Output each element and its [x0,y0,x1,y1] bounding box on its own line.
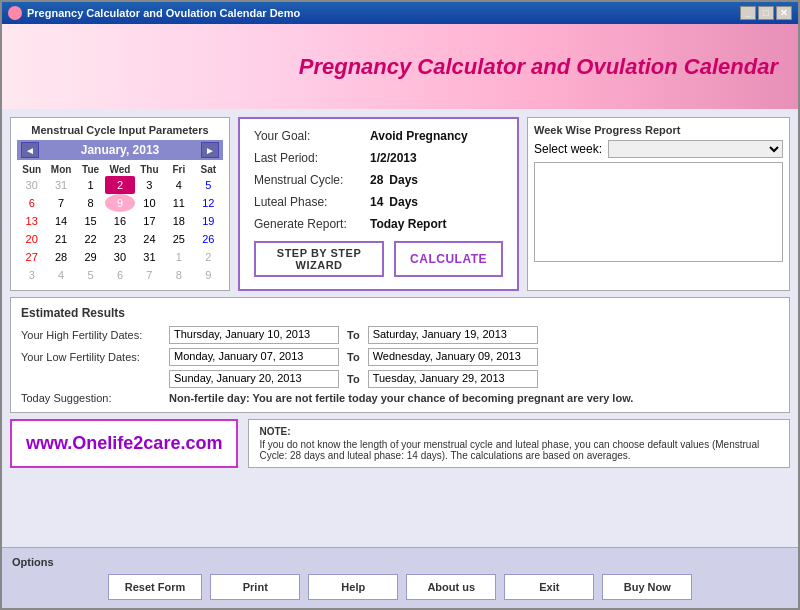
maximize-button[interactable]: □ [758,6,774,20]
cal-next-button[interactable]: ► [201,142,219,158]
calendar-day[interactable]: 24 [135,230,164,248]
calendar-day[interactable]: 3 [135,176,164,194]
calendar-day[interactable]: 6 [17,194,46,212]
week-section-title: Week Wise Progress Report [534,124,783,136]
calendar-day[interactable]: 6 [105,266,134,284]
calendar-row: 6789101112 [17,194,223,212]
low-to-2: To [347,373,360,385]
calendar-day[interactable]: 8 [76,194,105,212]
title-bar: Pregnancy Calculator and Ovulation Calen… [2,2,798,24]
option-button-reset-form[interactable]: Reset Form [108,574,203,600]
calendar-day[interactable]: 31 [135,248,164,266]
low-fertility-from-2: Sunday, January 20, 2013 [169,370,339,388]
calendar-day[interactable]: 30 [17,176,46,194]
calendar-grid: Sun Mon Tue Wed Thu Fri Sat 303112345678… [17,163,223,284]
calendar-row: 20212223242526 [17,230,223,248]
title-bar-left: Pregnancy Calculator and Ovulation Calen… [8,6,300,20]
note-box: NOTE: If you do not know the length of y… [248,419,790,468]
cal-th-sun: Sun [17,163,46,176]
calendar-day[interactable]: 22 [76,230,105,248]
calendar-day[interactable]: 20 [17,230,46,248]
calendar-day[interactable]: 1 [76,176,105,194]
calendar-day[interactable]: 5 [194,176,223,194]
wizard-button[interactable]: Step by Step Wizard [254,241,384,277]
cal-th-sat: Sat [194,163,223,176]
main-content: Menstrual Cycle Input Parameters ◄ Janua… [2,109,798,547]
calendar-header-row: Sun Mon Tue Wed Thu Fri Sat [17,163,223,176]
week-select[interactable] [608,140,783,158]
luteal-label: Luteal Phase: [254,195,364,209]
title-buttons: _ □ ✕ [740,6,792,20]
close-button[interactable]: ✕ [776,6,792,20]
calendar-day[interactable]: 31 [46,176,75,194]
calendar-day[interactable]: 1 [164,248,193,266]
calendar-day[interactable]: 9 [194,266,223,284]
high-to-1: To [347,329,360,341]
calculate-button[interactable]: Calculate [394,241,503,277]
calendar-row: 303112345 [17,176,223,194]
high-fertility-row: Your High Fertility Dates: Thursday, Jan… [21,326,779,344]
calendar-day[interactable]: 2 [194,248,223,266]
options-section: Options Reset FormPrintHelpAbout usExitB… [2,547,798,608]
goal-label: Your Goal: [254,129,364,143]
calendar-row: 3456789 [17,266,223,284]
calendar-day[interactable]: 28 [46,248,75,266]
options-buttons: Reset FormPrintHelpAbout usExitBuy Now [12,574,788,600]
cal-prev-button[interactable]: ◄ [21,142,39,158]
high-fertility-from: Thursday, January 10, 2013 [169,326,339,344]
calendar-day[interactable]: 27 [17,248,46,266]
popup-buttons: Step by Step Wizard Calculate [254,241,503,277]
header-banner: Pregnancy Calculator and Ovulation Calen… [2,24,798,109]
estimated-title: Estimated Results [21,306,779,320]
calendar-section-title: Menstrual Cycle Input Parameters [17,124,223,136]
calendar-day[interactable]: 5 [76,266,105,284]
cal-th-mon: Mon [46,163,75,176]
calendar-day[interactable]: 4 [164,176,193,194]
cycle-value: 28 [370,173,383,187]
calendar-day[interactable]: 9 [105,194,134,212]
calendar-day[interactable]: 15 [76,212,105,230]
low-fertility-row-1: Your Low Fertility Dates: Monday, Januar… [21,348,779,366]
report-label: Generate Report: [254,217,364,231]
option-button-exit[interactable]: Exit [504,574,594,600]
top-section: Menstrual Cycle Input Parameters ◄ Janua… [10,117,790,291]
calendar-day[interactable]: 23 [105,230,134,248]
calendar-day[interactable]: 19 [194,212,223,230]
calendar-day[interactable]: 3 [17,266,46,284]
calendar-day[interactable]: 14 [46,212,75,230]
option-button-print[interactable]: Print [210,574,300,600]
calendar-day[interactable]: 7 [46,194,75,212]
option-button-buy-now[interactable]: Buy Now [602,574,692,600]
calendar-day[interactable]: 11 [164,194,193,212]
low-fertility-to-2: Tuesday, January 29, 2013 [368,370,538,388]
option-button-help[interactable]: Help [308,574,398,600]
calendar-day[interactable]: 13 [17,212,46,230]
note-title: NOTE: [259,426,779,437]
period-value: 1/2/2013 [370,151,417,165]
calendar-day[interactable]: 7 [135,266,164,284]
calendar-day[interactable]: 29 [76,248,105,266]
minimize-button[interactable]: _ [740,6,756,20]
calendar-day[interactable]: 16 [105,212,134,230]
calendar-day[interactable]: 25 [164,230,193,248]
estimated-section: Estimated Results Your High Fertility Da… [10,297,790,413]
cal-th-thu: Thu [135,163,164,176]
cal-th-wed: Wed [105,163,134,176]
window-title: Pregnancy Calculator and Ovulation Calen… [27,7,300,19]
option-button-about-us[interactable]: About us [406,574,496,600]
calendar-day[interactable]: 30 [105,248,134,266]
calendar-day[interactable]: 10 [135,194,164,212]
calendar-day[interactable]: 18 [164,212,193,230]
cal-month: January, 2013 [81,143,160,157]
low-fertility-row-2: Sunday, January 20, 2013 To Tuesday, Jan… [21,370,779,388]
calendar-day[interactable]: 4 [46,266,75,284]
calendar-day[interactable]: 21 [46,230,75,248]
calendar-day[interactable]: 12 [194,194,223,212]
low-fertility-from-1: Monday, January 07, 2013 [169,348,339,366]
week-textarea[interactable] [534,162,783,262]
calendar-day[interactable]: 2 [105,176,134,194]
calendar-day[interactable]: 26 [194,230,223,248]
calendar-day[interactable]: 8 [164,266,193,284]
bottom-section: www.Onelife2care.com NOTE: If you do not… [10,419,790,468]
calendar-day[interactable]: 17 [135,212,164,230]
